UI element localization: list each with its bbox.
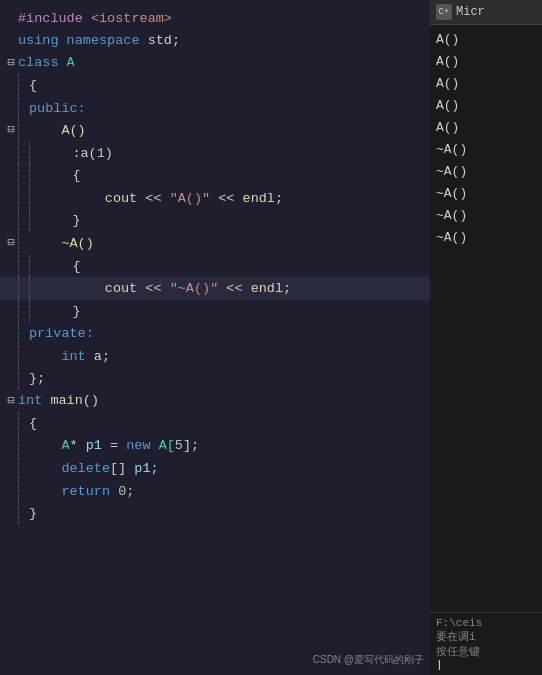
code-token: cout bbox=[105, 281, 137, 296]
code-text: { bbox=[18, 255, 430, 278]
indent-space bbox=[29, 483, 61, 498]
code-line: { bbox=[0, 164, 430, 187]
code-token: return bbox=[61, 483, 118, 498]
terminal-icon: C+ bbox=[436, 4, 452, 20]
code-line: A* p1 = new A[5]; bbox=[0, 434, 430, 457]
indent-guide bbox=[18, 232, 19, 254]
fold-minus-icon[interactable]: ⊟ bbox=[7, 119, 14, 141]
terminal-output-line: ~A() bbox=[436, 227, 536, 249]
code-line: { bbox=[0, 255, 430, 278]
code-text: return 0; bbox=[18, 480, 430, 503]
code-token: ; bbox=[37, 371, 45, 386]
indent-guide bbox=[18, 187, 19, 209]
code-text: private: bbox=[18, 322, 430, 345]
code-text: } bbox=[18, 209, 430, 232]
code-token: A bbox=[61, 438, 69, 453]
code-line: }; bbox=[0, 367, 430, 390]
code-line: public: bbox=[0, 97, 430, 120]
code-token: A() bbox=[61, 123, 85, 138]
code-line: cout << "~A()" << endl; bbox=[0, 277, 430, 300]
code-token: << bbox=[137, 190, 169, 205]
terminal-header: C+ Micr bbox=[430, 0, 542, 25]
indent-guide bbox=[18, 502, 19, 524]
code-token: } bbox=[72, 213, 80, 228]
indent-space bbox=[40, 258, 72, 273]
code-line: delete[] p1; bbox=[0, 457, 430, 480]
code-token: ~A() bbox=[61, 236, 93, 251]
code-token: endl bbox=[251, 281, 283, 296]
code-text: A() bbox=[18, 119, 430, 142]
fold-minus-icon[interactable]: ⊟ bbox=[7, 52, 14, 74]
code-token: [] bbox=[110, 461, 134, 476]
indent-space bbox=[29, 123, 61, 138]
code-token: << bbox=[218, 281, 250, 296]
code-token: cout bbox=[105, 190, 137, 205]
fold-gutter: ⊟ bbox=[4, 232, 18, 254]
code-text: int main() bbox=[18, 390, 430, 412]
code-text: ~A() bbox=[18, 232, 430, 255]
terminal-output-line: ~A() bbox=[436, 205, 536, 227]
fold-minus-icon[interactable]: ⊟ bbox=[7, 390, 14, 412]
code-text: }; bbox=[18, 367, 430, 390]
indent-space bbox=[29, 461, 61, 476]
indent-guide bbox=[18, 209, 19, 231]
indent-guide bbox=[18, 434, 19, 456]
indent-guide bbox=[18, 367, 19, 389]
terminal-output-line: A() bbox=[436, 95, 536, 117]
code-token: } bbox=[72, 303, 80, 318]
indent-space bbox=[29, 236, 61, 251]
code-token: 0; bbox=[118, 483, 134, 498]
indent-guide bbox=[29, 164, 30, 186]
code-text: using namespace std; bbox=[18, 30, 430, 52]
indent-guide bbox=[18, 300, 19, 322]
indent-guide bbox=[18, 412, 19, 434]
indent-guide bbox=[29, 277, 30, 299]
code-token: a; bbox=[94, 348, 110, 363]
code-line: ⊟class A bbox=[0, 52, 430, 74]
code-text: cout << "~A()" << endl; bbox=[18, 277, 430, 300]
indent-guide bbox=[29, 187, 30, 209]
code-token: :a( bbox=[72, 145, 96, 160]
code-text: A* p1 = new A[5]; bbox=[18, 434, 430, 457]
code-token: A bbox=[67, 55, 75, 70]
indent-guide bbox=[18, 164, 19, 186]
indent-guide bbox=[18, 480, 19, 502]
terminal-output-line: ~A() bbox=[436, 139, 536, 161]
terminal-output-line: A() bbox=[436, 51, 536, 73]
terminal-output: A()A()A()A()A()~A()~A()~A()~A()~A() bbox=[430, 25, 542, 612]
code-token: << bbox=[210, 190, 242, 205]
code-line: { bbox=[0, 412, 430, 435]
code-editor: #include <iostream>using namespace std;⊟… bbox=[0, 0, 430, 675]
code-text: cout << "A()" << endl; bbox=[18, 187, 430, 210]
code-token: 1 bbox=[97, 145, 105, 160]
code-token: 5 bbox=[175, 438, 183, 453]
fold-gutter: ⊟ bbox=[4, 119, 18, 141]
indent-space bbox=[29, 348, 61, 363]
indent-space bbox=[40, 145, 72, 160]
code-token: A[ bbox=[159, 438, 175, 453]
code-token: public: bbox=[29, 100, 86, 115]
indent-guide bbox=[18, 457, 19, 479]
code-line: { bbox=[0, 74, 430, 97]
code-token: * bbox=[70, 438, 86, 453]
terminal-output-line: ~A() bbox=[436, 161, 536, 183]
indent-guide bbox=[18, 97, 19, 119]
terminal-output-line: A() bbox=[436, 73, 536, 95]
fold-minus-icon[interactable]: ⊟ bbox=[7, 232, 14, 254]
code-text: int a; bbox=[18, 345, 430, 368]
fold-gutter: ⊟ bbox=[4, 390, 18, 412]
terminal-bottom: F:\ceis要在调i按任意键| bbox=[430, 612, 542, 675]
indent-guide bbox=[29, 142, 30, 164]
code-token: p1 bbox=[86, 438, 102, 453]
code-line: cout << "A()" << endl; bbox=[0, 187, 430, 210]
code-token: } bbox=[29, 506, 37, 521]
terminal-cursor: | bbox=[436, 659, 536, 671]
code-line: return 0; bbox=[0, 480, 430, 503]
indent-guide bbox=[18, 345, 19, 367]
code-line: ⊟ ~A() bbox=[0, 232, 430, 255]
code-line: using namespace std; bbox=[0, 30, 430, 52]
code-line: } bbox=[0, 209, 430, 232]
code-token: main bbox=[50, 393, 82, 408]
code-text: delete[] p1; bbox=[18, 457, 430, 480]
code-token: ) bbox=[105, 145, 113, 160]
